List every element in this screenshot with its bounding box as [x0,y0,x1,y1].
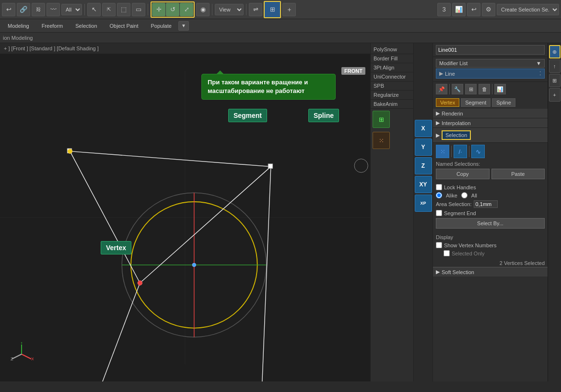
tool-num3[interactable]: 3 [437,3,451,16]
axis-z-btn[interactable]: Z [415,157,432,174]
segment-end-cb[interactable] [436,210,442,216]
modifier-list-header[interactable]: Modifier List ▼ [436,59,545,68]
lock-handles-cb[interactable] [436,184,442,190]
axis-xy-btn[interactable]: XY [415,176,432,193]
axis-y-btn[interactable]: Y [415,138,432,156]
tool-link3[interactable]: ⇌ [249,3,262,16]
show-vertex-nums-row: Show Vertex Numbers [436,241,545,249]
sub-btn-segment[interactable]: Segment [461,98,491,107]
rollout-render[interactable]: ▶ Renderin [433,109,548,118]
selected-only-label: Selected Only [452,251,484,256]
alike-all-row: Alike All [436,191,545,199]
tab-modeling[interactable]: Modeling [2,22,35,30]
tool-cursor[interactable]: ↖ [87,3,101,16]
tool-rect-sel[interactable]: ⬚ [117,3,130,16]
tab-freeform[interactable]: Freeform [36,22,69,30]
menu-regularize[interactable]: Regularize [371,91,413,100]
sub-btn-vertex[interactable]: Vertex [436,98,459,107]
axis-x-btn[interactable]: X [415,120,432,137]
display-section: Display Show Vertex Numbers Selected Onl… [433,231,548,259]
copy-btn[interactable]: Copy [436,169,490,179]
area-sel-label: Area Selection: [436,201,472,207]
tool-rotate[interactable]: ↺ [166,3,179,16]
tool-link1[interactable]: 🔗 [17,3,30,16]
tool-rect2[interactable]: ▭ [132,3,145,16]
tab-extra[interactable]: ▼ [178,21,189,31]
tool-add[interactable]: ＋ [282,3,296,16]
sel-icon-vertex[interactable]: ⁙ [436,145,449,158]
modifier-item-line[interactable]: ▶ Line ⁚ [436,69,545,79]
object-name-input[interactable] [436,45,545,55]
tool-arrow[interactable]: ↩ [467,3,480,16]
rollout-interp-arrow: ▶ [436,120,440,126]
lock-handles-row: Lock Handles [436,183,545,191]
selection-icons: ⁙ /· ∿ [433,143,548,160]
mod-copy-btn[interactable]: ⊞ [465,84,477,94]
area-sel-input[interactable] [474,200,498,208]
soft-sel-header[interactable]: ▶ Soft Selection [433,267,548,277]
second-toolbar: Modeling Freeform Selection Object Paint… [0,19,561,33]
tool-move[interactable]: ✛ [152,3,165,16]
sub-btn-spline[interactable]: Spline [492,98,515,107]
axis-gizmo: X Y Z [10,342,34,367]
mod-chart-btn[interactable]: 📊 [494,84,506,94]
green-tool-btn[interactable]: ⊞ [373,111,390,128]
mod-pin-btn[interactable]: 📌 [436,84,447,94]
create-sel-dropdown[interactable]: Create Selection Se... [497,4,559,15]
menu-3pt-align[interactable]: 3Pt Align [371,63,413,72]
tool-cursor2[interactable]: ⇱ [102,3,116,16]
view-dropdown[interactable]: View [215,4,244,15]
menu-bakeanim[interactable]: BakeAnim [371,100,413,109]
rollout-interpolation[interactable]: ▶ Interpolation [433,118,548,128]
svg-text:X: X [31,357,34,361]
soft-sel-label: Soft Selection [442,269,474,275]
svg-rect-14 [268,164,272,168]
show-vertex-nums-cb[interactable] [436,242,442,248]
alike-radio[interactable] [436,192,442,198]
tool-link2[interactable]: ⛓ [32,3,45,16]
paste-btn[interactable]: Paste [491,169,545,179]
snap-icon-btn[interactable]: ⊕ [549,45,561,58]
tool-magnet[interactable]: ◉ [196,3,210,16]
svg-line-21 [22,354,31,359]
tab-populate[interactable]: Populate [145,22,177,30]
annotation-segment: Segment [228,109,267,122]
sep2 [492,84,492,94]
sel-icon-segment[interactable]: /· [454,145,467,158]
menu-border-fill[interactable]: Border Fill [371,54,413,63]
tool-wave[interactable]: 〰 [47,3,60,16]
sep [451,146,452,157]
select-by-btn[interactable]: Select By... [436,218,545,229]
grid-btn[interactable]: ⊞ [549,74,561,87]
modifier-dots: ⁚ [539,70,541,77]
plus-btn[interactable]: + [549,88,561,102]
segment-end-label: Segment End [444,210,476,216]
move-here-btn[interactable]: ↑ [549,59,561,73]
svg-line-23 [12,354,22,359]
tool-scale[interactable]: ⤢ [180,3,193,16]
tool-viewport[interactable]: ⊞ [264,1,281,18]
sel-icon-spline[interactable]: ∿ [471,145,485,158]
area-sel-row: Area Selection: [436,199,545,209]
menu-spb[interactable]: SPB [371,81,413,91]
svg-point-16 [138,281,142,285]
selection-highlighted[interactable]: Selection [442,130,471,140]
sep4 [246,4,246,15]
axis-xp-btn[interactable]: XP [415,195,432,212]
tool-undo[interactable]: ↩ [2,3,15,16]
tool-tools[interactable]: ⚙ [482,3,495,16]
viewport[interactable]: FRONT При таком варианте вращение и масш… [0,54,370,381]
menu-polysnow[interactable]: PolySnow [371,45,413,54]
orange-dots-btn[interactable]: ⁙ [373,132,390,149]
rollout-selection-header[interactable]: ▶ Selection [433,128,548,143]
mod-tool1[interactable]: 🔧 [452,84,463,94]
mod-delete-btn[interactable]: 🗑 [479,84,490,94]
tool-chart[interactable]: 📊 [452,3,466,16]
all-radio[interactable] [461,192,468,198]
selected-only-cb[interactable] [444,250,450,256]
front-label: FRONT [341,67,365,75]
all-dropdown[interactable]: All [61,4,82,15]
tab-selection[interactable]: Selection [70,22,103,30]
menu-uniconnector[interactable]: UniConnector [371,72,413,81]
tab-object-paint[interactable]: Object Paint [104,22,144,30]
